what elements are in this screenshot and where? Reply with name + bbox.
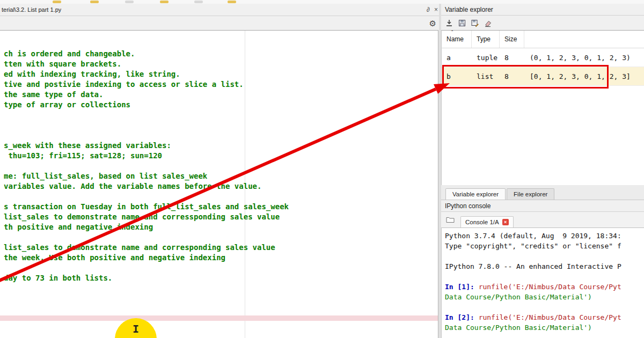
code-line: day to 73 in both lists. [4, 273, 438, 283]
code-line: me: full_list_sales, based on list sales… [4, 171, 438, 181]
import-data-icon[interactable] [444, 18, 454, 28]
code-line: ch is ordered and changeable. [4, 49, 438, 59]
console-tab-bar: Console 1/A × [441, 212, 644, 227]
save-data-icon[interactable] [457, 18, 467, 28]
variable-explorer-toolbar [441, 16, 644, 30]
column-header-label: Size [504, 35, 517, 43]
console-line: IPython 7.8.0 -- An enhanced Interactive… [445, 261, 644, 271]
variable-type-cell[interactable]: tuple [472, 48, 500, 67]
right-pane: Variable explorer ˆNameTypeSize atuple8(… [441, 4, 644, 338]
code-line: s transaction on Tuesday in both full_li… [4, 202, 438, 212]
code-line [4, 110, 438, 120]
console-output[interactable]: Python 3.7.4 (default, Aug 9 2019, 18:34… [441, 227, 644, 338]
code-line: the same type of data. [4, 90, 438, 100]
code-line: tive and postivie indexing to access or … [4, 79, 438, 90]
code-line: list_sales to demonstrate name and corre… [4, 243, 438, 253]
code-line: the week. Use both positive and negative… [4, 253, 438, 263]
variable-name-cell[interactable]: b [442, 67, 472, 85]
tab-file-explorer[interactable]: File explorer [507, 188, 554, 200]
folder-icon[interactable] [445, 215, 455, 224]
variable-table: ˆNameTypeSize atuple8(0, 1, 2, 3, 0, 1, … [441, 30, 644, 185]
column-header-label: Type [477, 35, 491, 43]
console-line: Type "copyright", "credits" or "license"… [445, 241, 644, 251]
editor-pane: terial\3.2. List part 1.py ∂ × ⚙ ch is o… [0, 4, 440, 338]
console-tab-label: Console 1/A [465, 219, 499, 225]
code-line [4, 263, 438, 273]
console-line [445, 271, 644, 282]
editor-file-tab[interactable]: terial\3.2. List part 1.py [0, 6, 61, 13]
column-header-type[interactable]: Type [472, 31, 500, 48]
cropped-toolbar-icon [194, 1, 203, 3]
variable-size-cell[interactable]: 8 [500, 67, 524, 85]
variable-row-b[interactable]: blist8[0, 1, 2, 3, 0, 1, 2, 3] [442, 67, 644, 86]
variable-value-cell[interactable]: (0, 1, 2, 3, 0, 1, 2, 3) [524, 48, 644, 67]
code-line [4, 192, 438, 202]
save-data-as-icon[interactable] [470, 18, 480, 28]
code-line [4, 130, 438, 141]
console-line [445, 251, 644, 261]
editor-tab-bar: terial\3.2. List part 1.py ∂ × [0, 4, 440, 16]
code-line: th positive and negative indexing [4, 222, 438, 232]
text-cursor-icon: I [133, 322, 139, 338]
variable-explorer-title: Variable explorer [445, 6, 493, 13]
cropped-toolbar-icon [53, 1, 61, 3]
ipython-console-title: IPython console [445, 202, 491, 210]
console-line: In [2]: runfile('E:/Nimbus/Data Course/P… [445, 312, 644, 322]
code-line: ed with indexing tracking, like string. [4, 69, 438, 79]
explorer-tabs: Variable explorerFile explorer [441, 185, 644, 200]
code-line: type of array or collections [4, 100, 438, 110]
column-header-size[interactable]: Size [500, 31, 524, 48]
code-line: s_week with these assigned variables: [4, 141, 438, 151]
cropped-toolbar-icon [160, 1, 169, 3]
column-header-value [524, 31, 644, 48]
cropped-toolbar-icon [90, 1, 99, 3]
gear-icon[interactable]: ⚙ [429, 19, 436, 27]
variable-table-header: ˆNameTypeSize [442, 31, 644, 48]
variable-name-cell[interactable]: a [442, 48, 472, 67]
variable-table-body: atuple8(0, 1, 2, 3, 0, 1, 2, 3)blist8[0,… [442, 48, 644, 86]
console-line [445, 302, 644, 312]
cropped-toolbar-icon [125, 1, 134, 3]
sort-ascending-icon: ˆ [451, 30, 453, 36]
variable-value-cell[interactable]: [0, 1, 2, 3, 0, 1, 2, 3] [524, 67, 644, 85]
code-line: list_sales to demonstrate name and corre… [4, 212, 438, 222]
console-tab[interactable]: Console 1/A × [460, 216, 514, 227]
code-line [4, 161, 438, 171]
column-header-name[interactable]: ˆName [442, 31, 472, 48]
code-line: thu=103; fri=115; sat=128; sun=120 [4, 151, 438, 161]
editor-content[interactable]: ch is ordered and changeable.tten with s… [0, 30, 438, 338]
highlighted-line-band [0, 315, 438, 321]
variable-type-cell[interactable]: list [472, 67, 500, 85]
code-line: variables value. Add the variable names … [4, 181, 438, 192]
editor-code: ch is ordered and changeable.tten with s… [0, 49, 438, 283]
variable-row-a[interactable]: atuple8(0, 1, 2, 3, 0, 1, 2, 3) [442, 48, 644, 67]
code-line: tten with square brackets. [4, 59, 438, 69]
code-line [4, 232, 438, 243]
console-line: Python 3.7.4 (default, Aug 9 2019, 18:34… [445, 231, 644, 241]
pane-menu-icon[interactable]: ∂ [425, 6, 432, 13]
cropped-top-toolbar [0, 0, 644, 4]
tab-variable-explorer[interactable]: Variable explorer [445, 188, 506, 200]
column-header-label: Name [447, 35, 464, 43]
cropped-toolbar-icon [228, 1, 236, 3]
console-line: Data Course/Python Basic/Material') [445, 322, 644, 333]
code-line [4, 120, 438, 130]
variable-size-cell[interactable]: 8 [500, 48, 524, 67]
editor-toolbar: ⚙ [0, 16, 440, 31]
console-line: Data Course/Python Basic/Material') [445, 292, 644, 302]
variable-explorer-titlebar: Variable explorer [441, 4, 644, 16]
ipython-console-titlebar: IPython console [441, 200, 644, 212]
console-line: In [1]: runfile('E:/Nimbus/Data Course/P… [445, 282, 644, 292]
remove-variables-icon[interactable] [483, 18, 493, 28]
close-console-icon[interactable]: × [502, 219, 509, 225]
